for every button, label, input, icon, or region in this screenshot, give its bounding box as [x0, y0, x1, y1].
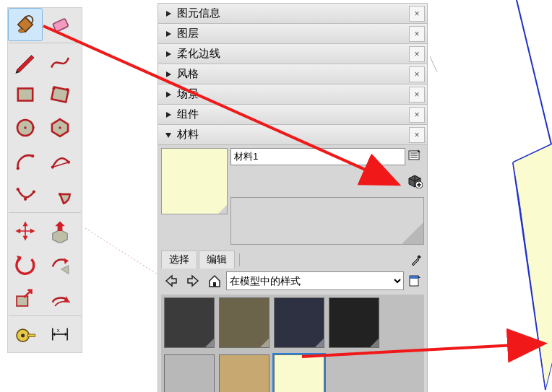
material-preview[interactable] [161, 148, 228, 214]
create-material-button[interactable] [407, 173, 423, 188]
model-viewport[interactable] [430, 0, 552, 392]
svg-point-15 [59, 126, 61, 129]
panel-close-button[interactable]: × [409, 66, 425, 82]
followme-tool[interactable] [43, 248, 77, 281]
panel-close-button[interactable]: × [409, 127, 425, 143]
panel-header-5[interactable]: 组件× [158, 105, 427, 125]
svg-rect-6 [53, 19, 69, 32]
polygon-tool[interactable] [43, 111, 77, 144]
material-library-menu-button[interactable] [407, 148, 423, 164]
svg-rect-7 [18, 89, 33, 101]
panel-title: 风格 [177, 67, 409, 81]
pushpull-tool[interactable] [43, 214, 77, 248]
svg-point-17 [31, 154, 34, 157]
rectangle-tool[interactable] [8, 78, 43, 111]
svg-point-24 [59, 193, 61, 196]
tape-measure-tool[interactable] [8, 318, 43, 351]
svg-rect-38 [410, 276, 418, 279]
circle-tool[interactable] [8, 111, 43, 144]
panel-header-1[interactable]: 图层× [158, 24, 427, 44]
panel-title: 柔化边线 [177, 47, 409, 61]
svg-point-16 [17, 167, 20, 170]
arc-3point-tool[interactable] [8, 178, 43, 211]
library-details-button[interactable] [405, 271, 424, 290]
svg-point-21 [17, 188, 20, 191]
material-swatch-2[interactable] [274, 297, 324, 348]
panel-header-4[interactable]: 场景× [158, 84, 427, 105]
panel-close-button[interactable]: × [409, 107, 425, 123]
svg-rect-28 [27, 334, 35, 336]
material-swatch-4[interactable] [164, 354, 215, 392]
svg-rect-36 [213, 282, 216, 287]
triangle-right-icon [163, 91, 174, 98]
pie-tool[interactable] [43, 178, 77, 211]
panel-close-button[interactable]: × [409, 26, 425, 42]
material-swatch-3[interactable] [329, 297, 379, 348]
move-tool[interactable] [8, 214, 43, 248]
scale-tool[interactable] [8, 281, 43, 314]
svg-line-0 [517, 0, 551, 144]
panel-close-button[interactable]: × [409, 6, 425, 22]
panel-title: 组件 [177, 108, 409, 121]
materials-tab-select[interactable]: 选择 [161, 251, 197, 269]
rotated-rectangle-tool[interactable] [43, 78, 77, 111]
dimension-tool[interactable]: x [43, 318, 77, 351]
pencil-tool[interactable] [8, 45, 43, 78]
svg-point-9 [52, 87, 55, 90]
panel-title: 材料 [177, 128, 409, 141]
triangle-right-icon [163, 71, 174, 78]
nav-home-button[interactable] [204, 271, 225, 290]
paint-bucket-tool[interactable] [8, 8, 43, 41]
eraser-tool[interactable] [43, 8, 77, 41]
svg-line-4 [430, 56, 437, 72]
materials-panel: 选择 编辑 在模型中的样式 [158, 145, 427, 392]
material-thumbnail-area [230, 197, 424, 245]
triangle-right-icon [163, 111, 174, 118]
panel-header-6[interactable]: 材料× [158, 125, 427, 145]
panel-header-3[interactable]: 风格× [158, 64, 427, 84]
svg-point-10 [66, 88, 69, 91]
svg-marker-3 [513, 142, 552, 390]
panel-title: 图层 [177, 27, 409, 40]
eyedropper-button[interactable] [408, 252, 424, 268]
svg-point-13 [32, 126, 34, 129]
arc-2point-tool[interactable] [43, 144, 77, 178]
material-library-select[interactable]: 在模型中的样式 [226, 271, 404, 290]
panel-header-2[interactable]: 柔化边线× [158, 44, 427, 64]
nav-forward-button[interactable] [183, 271, 203, 290]
svg-point-22 [24, 198, 27, 201]
material-swatch-1[interactable] [219, 297, 269, 348]
svg-point-20 [67, 161, 70, 164]
panel-header-0[interactable]: 图元信息× [158, 4, 427, 24]
panel-close-button[interactable]: × [409, 87, 425, 103]
triangle-right-icon [163, 51, 174, 58]
triangle-down-icon [163, 131, 174, 139]
panel-close-button[interactable]: × [409, 46, 425, 62]
panel-title: 场景 [177, 87, 409, 101]
svg-rect-25 [17, 296, 27, 306]
default-tray: 图元信息×图层×柔化边线×风格×场景×组件×材料× [158, 3, 428, 392]
triangle-right-icon [163, 10, 174, 17]
material-swatch-5[interactable] [219, 354, 269, 392]
panel-title: 图元信息 [177, 6, 409, 20]
material-swatch-0[interactable] [164, 297, 215, 348]
material-swatch-grid [161, 295, 424, 392]
arc-tool[interactable] [8, 144, 43, 178]
materials-tab-edit[interactable]: 编辑 [199, 251, 235, 269]
svg-point-23 [33, 190, 35, 193]
svg-point-5 [19, 29, 25, 32]
svg-point-12 [24, 126, 26, 129]
rotate-tool[interactable] [8, 248, 43, 281]
triangle-right-icon [163, 30, 174, 38]
offset-tool[interactable] [43, 281, 77, 314]
freehand-tool[interactable] [43, 45, 77, 78]
nav-back-button[interactable] [161, 271, 181, 290]
material-swatch-6[interactable] [274, 354, 324, 392]
tools-palette: x [7, 7, 82, 353]
svg-text:x: x [57, 327, 60, 334]
svg-point-19 [51, 165, 54, 168]
svg-point-27 [21, 334, 25, 337]
material-name-input[interactable] [230, 148, 405, 165]
